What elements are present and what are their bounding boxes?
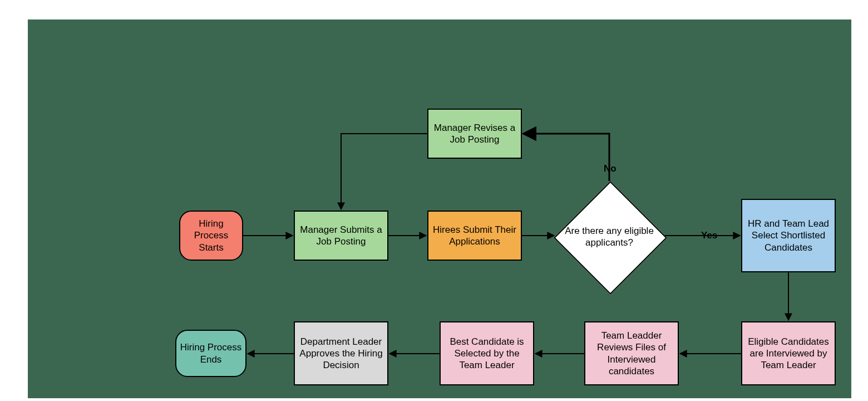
node-eligible: Are there any eligible applicants? xyxy=(554,181,665,292)
node-select: Best Candidate is Selected by the Team L… xyxy=(440,321,534,385)
node-apply: Hirees Submit Their Applications xyxy=(427,211,522,261)
edge-label-no: No xyxy=(604,163,617,174)
node-start: Hiring Process Starts xyxy=(179,211,243,261)
node-submit: Manager Submits a Job Posting xyxy=(294,211,388,261)
node-review: Team Leadder Reviews Files of Interviewe… xyxy=(584,321,679,385)
node-eligible-label: Are there any eligible applicants? xyxy=(565,225,654,249)
node-approve: Department Leader Approves the Hiring De… xyxy=(294,321,388,385)
node-end: Hiring Process Ends xyxy=(175,330,246,377)
node-shortlist: HR and Team Lead Select Shortlisted Cand… xyxy=(741,199,836,272)
flowchart-canvas: Manager Revises a Job Posting Hiring Pro… xyxy=(28,19,851,398)
node-revise: Manager Revises a Job Posting xyxy=(427,109,522,159)
edge-label-yes: Yes xyxy=(701,230,717,241)
node-interview: Eligible Candidates are Interviewed by T… xyxy=(741,321,836,385)
